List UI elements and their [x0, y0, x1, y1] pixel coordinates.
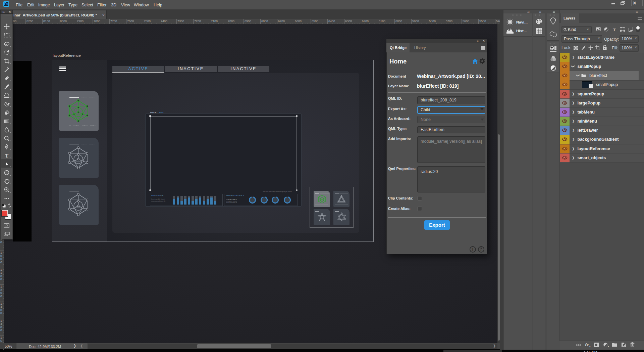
svg-text:T: T [5, 153, 8, 158]
